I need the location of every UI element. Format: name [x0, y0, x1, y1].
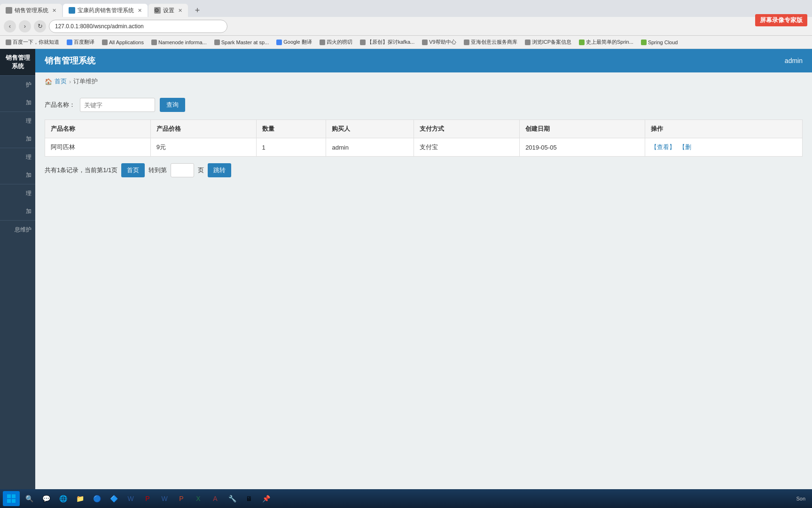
sidebar-section-1: 护 加	[0, 75, 35, 111]
taskbar-edge-icon[interactable]: 🔷	[106, 491, 121, 506]
sidebar-title: 销售管理系统	[3, 54, 32, 71]
col-quantity: 数量	[256, 120, 326, 138]
col-buyer: 购买人	[326, 120, 414, 138]
address-bar[interactable]: 127.0.0.1:8080/wsncp/admin.action	[49, 20, 227, 33]
tab-close-3[interactable]: ✕	[178, 8, 182, 14]
breadcrumb-home-link[interactable]: 首页	[55, 77, 67, 86]
sidebar-item-li2[interactable]: 理	[0, 148, 35, 166]
sidebar-item-li3[interactable]: 理	[0, 184, 35, 202]
filter-row: 产品名称： 查询	[45, 98, 803, 112]
first-page-button[interactable]: 首页	[121, 163, 145, 177]
bookmark-cloud[interactable]: 亚海创意云服务商库	[462, 38, 519, 47]
col-actions: 操作	[645, 120, 803, 138]
tab-settings[interactable]: ⚙ 设置 ✕	[148, 4, 188, 17]
sidebar-section-4: 理 加	[0, 184, 35, 220]
tab-close-2[interactable]: ✕	[138, 8, 142, 14]
taskbar: 🔍 💬 🌐 📁 🔵 🔷 W P W P X A 🔧 🖥 📌 Son	[0, 489, 812, 508]
watermark: 屏幕录像专家版	[755, 14, 807, 26]
tab-pharmacy[interactable]: 宝康药房销售管理系统 ✕	[63, 4, 148, 17]
taskbar-ie-icon[interactable]: 🌐	[55, 491, 70, 506]
bookmark-icon-5	[214, 40, 220, 45]
bookmark-icon-1	[6, 40, 11, 45]
bookmark-icon-3	[102, 40, 108, 45]
taskbar-word-icon[interactable]: W	[123, 491, 138, 506]
filter-input[interactable]	[80, 98, 155, 112]
sidebar-item-jia4[interactable]: 加	[0, 202, 35, 220]
taskbar-right: Son	[796, 496, 809, 501]
bookmark-label-13: Spring Cloud	[648, 40, 678, 45]
new-tab-button[interactable]: +	[191, 4, 204, 17]
sidebar-item-jia1[interactable]: 加	[0, 94, 35, 111]
bookmark-label-10: 亚海创意云服务商库	[471, 39, 517, 46]
cell-date: 2019-05-05	[520, 138, 645, 157]
bookmark-icon-10	[464, 40, 469, 45]
search-button[interactable]: 查询	[160, 98, 185, 112]
cell-payment: 支付宝	[414, 138, 520, 157]
bookmark-label-3: All Applications	[109, 40, 144, 45]
taskbar-ppt-icon[interactable]: P	[174, 491, 189, 506]
tab-sales[interactable]: 销售管理系统 ✕	[0, 4, 62, 17]
sidebar-item-hu[interactable]: 护	[0, 76, 35, 94]
windows-icon	[7, 494, 16, 503]
view-link[interactable]: 【查看】	[651, 143, 675, 151]
table-header-row: 产品名称 产品价格 数量 购买人 支付方式 创建日期 操作	[45, 120, 803, 138]
main-content: 销售管理系统 admin 🏠 首页 › 订单维护 产品名称： 查询 产品名称 产…	[35, 49, 812, 508]
bookmark-label-8: 【原创】探讨kafka...	[367, 39, 414, 46]
sidebar-label-jia1: 加	[26, 99, 31, 107]
svg-rect-3	[12, 499, 16, 503]
tab-label-1: 销售管理系统	[15, 7, 48, 15]
bookmark-google-translate[interactable]: Google 翻译	[274, 38, 314, 47]
bookmark-v9[interactable]: V9帮助中心	[420, 38, 458, 47]
delete-link[interactable]: 【删	[679, 143, 691, 151]
bookmark-baidu[interactable]: 百度一下，你就知道	[4, 38, 61, 47]
taskbar-cortana-icon[interactable]: 💬	[39, 491, 54, 506]
cell-actions: 【查看】 【删	[645, 138, 803, 157]
breadcrumb-current: 订单维护	[73, 77, 98, 86]
app-user: admin	[785, 57, 803, 64]
sidebar-item-jia3[interactable]: 加	[0, 166, 35, 184]
tab-close-1[interactable]: ✕	[52, 8, 56, 14]
bookmark-kafka[interactable]: 【原创】探讨kafka...	[358, 38, 416, 47]
bookmark-translate[interactable]: 百度翻译	[65, 38, 96, 47]
sidebar-item-jia2[interactable]: 加	[0, 130, 35, 148]
reload-button[interactable]: ↻	[34, 20, 46, 32]
taskbar-word2-icon[interactable]: W	[157, 491, 172, 506]
start-button[interactable]	[3, 491, 20, 506]
sidebar-item-li1[interactable]: 理	[0, 112, 35, 130]
tab-label-2: 宝康药房销售管理系统	[78, 7, 134, 15]
svg-rect-0	[7, 494, 11, 498]
taskbar-app2-icon[interactable]: 🖥	[242, 491, 257, 506]
sidebar-label-jia3: 加	[26, 172, 31, 179]
bookmark-label-6: Google 翻译	[283, 39, 312, 46]
taskbar-pdf-icon[interactable]: P	[140, 491, 155, 506]
bookmark-icp[interactable]: 浏览ICP备案信息	[523, 38, 573, 47]
bookmark-blog[interactable]: 四火的唠叨	[318, 38, 354, 47]
bookmark-label-11: 浏览ICP备案信息	[532, 39, 571, 46]
bookmark-namenode[interactable]: Namenode informa...	[149, 39, 209, 46]
taskbar-explorer-icon[interactable]: 📁	[72, 491, 87, 506]
sidebar: 销售管理系统 护 加 理 加 理 加	[0, 49, 35, 508]
taskbar-app3-icon[interactable]: 📌	[258, 491, 273, 506]
tab-favicon-2	[69, 7, 75, 14]
taskbar-chrome-icon[interactable]: 🔵	[89, 491, 104, 506]
tab-favicon-1	[6, 7, 12, 14]
taskbar-access-icon[interactable]: A	[208, 491, 223, 506]
bookmark-apps[interactable]: All Applications	[100, 39, 146, 46]
bookmark-spring[interactable]: 史上最简单的Sprin...	[577, 38, 635, 47]
bookmark-icon-12	[579, 40, 585, 45]
taskbar-app1-icon[interactable]: 🔧	[225, 491, 240, 506]
cell-quantity: 1	[256, 138, 326, 157]
bookmark-springcloud[interactable]: Spring Cloud	[639, 39, 680, 46]
sidebar-label-jia2: 加	[26, 135, 31, 143]
forward-button[interactable]: ›	[19, 20, 31, 32]
tab-label-3: 设置	[163, 7, 174, 15]
jump-button[interactable]: 跳转	[208, 163, 231, 177]
page-number-input[interactable]	[171, 163, 194, 177]
bookmark-spark[interactable]: Spark Master at sp...	[212, 39, 271, 46]
sidebar-label-info: 息维护	[15, 226, 31, 234]
bookmark-icon-7	[320, 40, 325, 45]
back-button[interactable]: ‹	[4, 20, 16, 32]
sidebar-item-info[interactable]: 息维护	[0, 221, 35, 238]
taskbar-excel-icon[interactable]: X	[191, 491, 206, 506]
taskbar-search-icon[interactable]: 🔍	[22, 491, 37, 506]
